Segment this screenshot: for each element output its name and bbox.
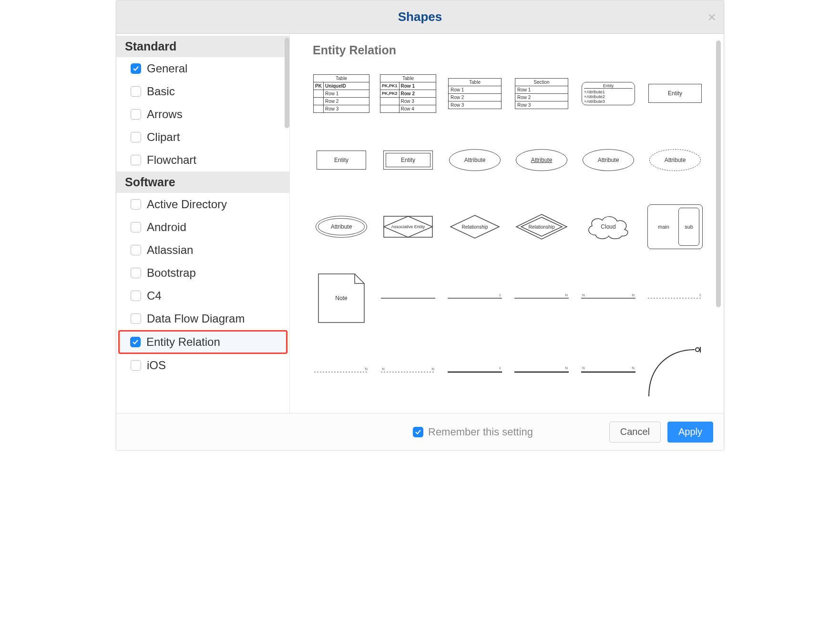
shape-connector-3[interactable]: N	[513, 274, 570, 322]
checkbox-icon[interactable]	[131, 291, 141, 301]
checkbox-icon[interactable]	[131, 222, 141, 232]
svg-text:N: N	[382, 367, 385, 371]
shape-relationship[interactable]: Relationship	[446, 203, 503, 251]
svg-text:1: 1	[699, 293, 702, 297]
cell: +Attribute3	[584, 99, 633, 104]
checkbox-icon[interactable]	[130, 337, 141, 347]
shape-main-sub[interactable]: main sub	[646, 203, 704, 251]
cell: Section	[515, 78, 568, 86]
shape-label: Entity	[401, 157, 415, 163]
shape-label: Entity	[334, 157, 348, 163]
svg-text:N: N	[565, 366, 568, 370]
shape-connector-8[interactable]: 1	[446, 348, 503, 396]
svg-text:N: N	[431, 367, 434, 371]
cell: Row 3	[323, 105, 369, 112]
apply-button[interactable]: Apply	[667, 422, 713, 443]
checkbox-icon[interactable]	[131, 132, 141, 142]
shape-table-pk[interactable]: Table PKUniqueID Row 1 Row 2 Row 3	[313, 74, 370, 113]
shape-associative-entity[interactable]: Associative Entity	[379, 203, 437, 251]
sidebar-item-flowchart[interactable]: Flowchart	[116, 149, 289, 171]
preview-scrollbar[interactable]	[716, 40, 721, 307]
shape-curve-end-circle-bar[interactable]	[646, 346, 704, 398]
sidebar-item-arrows[interactable]: Arrows	[116, 103, 289, 126]
sidebar-item-android[interactable]: Android	[116, 216, 289, 239]
cell: Row 4	[399, 105, 436, 112]
sidebar-item-basic[interactable]: Basic	[116, 80, 289, 103]
shape-entity-attributes[interactable]: Entity +Attribute1 +Attribute2 +Attribut…	[580, 82, 637, 105]
shape-connector-1[interactable]	[379, 274, 437, 322]
remember-checkbox[interactable]	[413, 427, 423, 437]
cell: PK,PK1	[380, 82, 400, 90]
cell: Row 1	[399, 82, 436, 90]
shape-categories-sidebar[interactable]: StandardGeneralBasicArrowsClipartFlowcha…	[116, 34, 290, 413]
sidebar-item-label: C4	[147, 289, 162, 302]
cancel-button[interactable]: Cancel	[609, 422, 661, 443]
shape-label: Cloud	[601, 223, 615, 230]
checkbox-icon[interactable]	[131, 155, 141, 165]
sidebar-item-general[interactable]: General	[116, 57, 289, 80]
checkbox-icon[interactable]	[131, 63, 141, 74]
sidebar-item-bootstrap[interactable]: Bootstrap	[116, 262, 289, 284]
close-icon[interactable]: ×	[707, 10, 716, 24]
shape-connector-10[interactable]: NN	[580, 348, 637, 396]
checkbox-icon[interactable]	[131, 268, 141, 278]
shape-entity-rect[interactable]: Entity	[313, 136, 370, 184]
shape-attribute-oval[interactable]: Attribute	[446, 136, 503, 184]
shape-row-5: N NN 1 N NN	[313, 346, 710, 398]
shape-connector-6[interactable]: N	[313, 348, 370, 396]
shape-label: Attribute	[598, 157, 619, 163]
shape-list-table[interactable]: Table Row 1 Row 2 Row 3	[446, 78, 503, 109]
sidebar-scrollbar[interactable]	[285, 38, 289, 128]
sidebar-item-ios[interactable]: iOS	[116, 354, 289, 377]
checkbox-icon[interactable]	[131, 109, 141, 120]
shape-relationship-double[interactable]: Relationship	[513, 203, 570, 251]
shape-row-1: Table PKUniqueID Row 1 Row 2 Row 3 Table…	[313, 70, 710, 117]
shape-attribute-dashed[interactable]: Attribute	[646, 136, 704, 184]
checkbox-icon[interactable]	[131, 245, 141, 255]
shape-connector-7[interactable]: NN	[379, 348, 437, 396]
shape-attribute-oval-2[interactable]: Attribute	[580, 136, 637, 184]
shape-label: Relationship	[461, 224, 488, 230]
checkbox-icon[interactable]	[131, 313, 141, 324]
shape-connector-4[interactable]: NN	[580, 274, 637, 322]
shape-label: Note	[335, 295, 347, 302]
shape-table-pk2[interactable]: Table PK,PK1Row 1 PK,PK2Row 2 Row 3 Row …	[379, 74, 437, 113]
section-header: Software	[116, 171, 289, 193]
cell: +Attribute2	[584, 94, 633, 99]
remember-setting[interactable]: Remember this setting	[413, 426, 533, 438]
checkbox-icon[interactable]	[131, 86, 141, 97]
cell: +Attribute1	[584, 90, 633, 94]
shape-entity-rect-double[interactable]: Entity	[379, 136, 437, 184]
shape-attribute-key[interactable]: Attribute	[513, 136, 570, 184]
sidebar-item-active-directory[interactable]: Active Directory	[116, 193, 289, 216]
checkbox-icon[interactable]	[131, 199, 141, 210]
svg-text:1: 1	[499, 293, 502, 297]
sidebar-item-atlassian[interactable]: Atlassian	[116, 239, 289, 262]
svg-text:N: N	[582, 293, 585, 297]
shape-connector-9[interactable]: N	[513, 348, 570, 396]
svg-text:N: N	[582, 366, 585, 370]
shape-label: Attribute	[464, 157, 486, 163]
cell: Table	[380, 74, 436, 82]
sidebar-item-clipart[interactable]: Clipart	[116, 126, 289, 149]
sidebar-item-entity-relation[interactable]: Entity Relation	[118, 330, 287, 354]
shape-list-section[interactable]: Section Row 1 Row 2 Row 3	[513, 78, 570, 109]
sidebar-item-label: Bootstrap	[147, 266, 196, 280]
sidebar-item-data-flow-diagram[interactable]: Data Flow Diagram	[116, 307, 289, 330]
cell: Row 1	[323, 90, 369, 97]
shape-label-sub: sub	[678, 208, 699, 246]
shape-preview-panel[interactable]: Entity Relation Table PKUniqueID Row 1 R…	[290, 34, 724, 413]
sidebar-item-c4[interactable]: C4	[116, 284, 289, 307]
shape-connector-5[interactable]: 1	[646, 274, 704, 322]
shape-connector-2[interactable]: 1	[446, 274, 503, 322]
sidebar-item-label: Data Flow Diagram	[147, 312, 245, 325]
cell: Row 1	[448, 86, 502, 94]
shape-entity-simple[interactable]: Entity	[646, 70, 704, 117]
shape-cloud[interactable]: Cloud	[580, 203, 637, 251]
shape-attribute-double[interactable]: Attribute	[313, 203, 370, 251]
checkbox-icon[interactable]	[131, 360, 141, 371]
shape-note[interactable]: Note	[313, 270, 370, 327]
cell: PK	[314, 82, 324, 90]
cell: Table	[314, 74, 369, 82]
shape-label: Attribute	[665, 157, 686, 163]
